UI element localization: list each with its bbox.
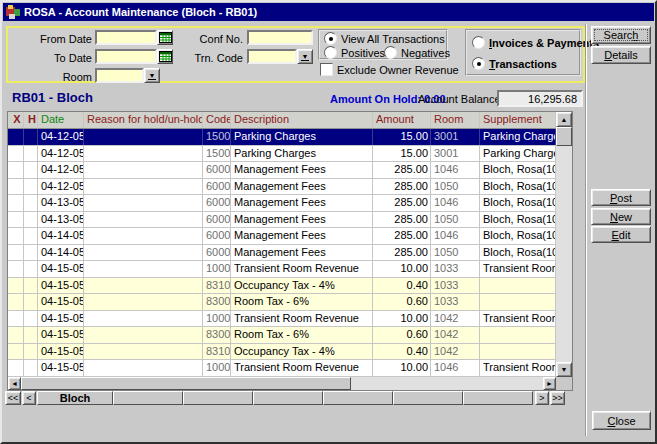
- cell-amount: 285.00: [373, 228, 431, 244]
- nav-first-button[interactable]: <<: [5, 391, 21, 405]
- trn-code-input[interactable]: [247, 49, 297, 64]
- cell-supplement: [480, 344, 556, 360]
- from-date-input[interactable]: [95, 30, 157, 45]
- room-dropdown-button[interactable]: ▼: [144, 68, 160, 83]
- column-header-amount[interactable]: Amount: [373, 112, 431, 128]
- table-row[interactable]: 04-15-058300Room Tax - 6%0.601033: [8, 294, 556, 311]
- cell-supplement: Transient Room Reven: [480, 311, 556, 327]
- table-row[interactable]: 04-15-051000Transient Room Revenue10.001…: [8, 261, 556, 278]
- cell-amount: 285.00: [373, 245, 431, 261]
- account-tab-empty[interactable]: [463, 391, 533, 405]
- column-header-reason-for-hold-un-hold[interactable]: Reason for hold/un-hold: [84, 112, 203, 128]
- scroll-left-button[interactable]: ◄: [8, 377, 21, 390]
- to-date-input[interactable]: [95, 49, 157, 64]
- exclude-owner-revenue-label: Exclude Owner Revenue: [337, 64, 459, 76]
- cell-amount: 285.00: [373, 195, 431, 211]
- cell-date: 04-15-05: [38, 311, 84, 327]
- table-row[interactable]: 04-13-056000Management Fees285.001050Blo…: [8, 212, 556, 229]
- radio-negatives[interactable]: Negatives: [384, 46, 450, 59]
- cell-date: 04-15-05: [38, 360, 84, 376]
- close-button[interactable]: Close: [592, 411, 651, 430]
- account-tab-bar: Bloch: [37, 391, 534, 405]
- cell-description: Management Fees: [231, 195, 373, 211]
- conf-no-input[interactable]: [247, 30, 313, 45]
- account-tab-empty[interactable]: [323, 391, 393, 405]
- cell-code: 8310: [203, 344, 231, 360]
- cell-reason: [84, 327, 203, 343]
- scroll-up-button[interactable]: ▲: [556, 112, 572, 127]
- conf-no-label: Conf No.: [180, 32, 243, 46]
- details-button[interactable]: Details: [591, 46, 651, 64]
- nav-last-button[interactable]: >>: [550, 391, 565, 405]
- scroll-right-button[interactable]: ►: [543, 377, 556, 390]
- table-row[interactable]: 04-14-056000Management Fees285.001046Blo…: [8, 228, 556, 245]
- nav-prev-button[interactable]: <: [22, 391, 36, 405]
- account-tab-empty[interactable]: [113, 391, 183, 405]
- column-header-x[interactable]: X: [8, 112, 24, 128]
- cell-code: 6000: [203, 228, 231, 244]
- nav-next-button[interactable]: >: [535, 391, 549, 405]
- table-row[interactable]: 04-12-051500Parking Charges15.003001Park…: [8, 129, 556, 146]
- table-row[interactable]: 04-15-058310Occupancy Tax - 4%0.401033: [8, 278, 556, 295]
- cell-date: 04-15-05: [38, 278, 84, 294]
- cell-date: 04-13-05: [38, 212, 84, 228]
- vertical-scrollbar[interactable]: ▲ ▼: [556, 112, 572, 377]
- column-header-room[interactable]: Room: [431, 112, 480, 128]
- table-row[interactable]: 04-13-056000Management Fees285.001046Blo…: [8, 195, 556, 212]
- from-date-calendar-button[interactable]: [157, 30, 173, 45]
- horizontal-scrollbar-thumb[interactable]: [21, 377, 351, 390]
- cell-code: 1000: [203, 311, 231, 327]
- horizontal-scrollbar[interactable]: ◄ ►: [8, 377, 556, 390]
- mode-options-group: Invoices & PaymentsTransactions: [465, 29, 581, 76]
- account-tab-empty[interactable]: [183, 391, 253, 405]
- room-label: Room: [28, 70, 92, 84]
- post-button[interactable]: Post: [591, 189, 651, 206]
- cell-reason: [84, 261, 203, 277]
- column-header-date[interactable]: Date: [38, 112, 84, 128]
- table-row[interactable]: 04-12-056000Management Fees285.001050Blo…: [8, 179, 556, 196]
- table-row[interactable]: 04-15-058300Room Tax - 6%0.601042: [8, 327, 556, 344]
- title-bar[interactable]: ROSA - Account Maintenance (Bloch - RB01…: [3, 3, 654, 21]
- radio-positives[interactable]: Positives: [324, 46, 385, 59]
- edit-button[interactable]: Edit: [591, 226, 651, 243]
- calendar-icon: [159, 51, 172, 62]
- radio-transactions[interactable]: Transactions: [472, 57, 557, 70]
- column-header-code[interactable]: Code: [203, 112, 231, 128]
- account-tab-bloch[interactable]: Bloch: [37, 391, 113, 405]
- column-header-h[interactable]: H: [24, 112, 38, 128]
- cell-code: 6000: [203, 212, 231, 228]
- radio-view-all-transactions[interactable]: View All Transactions: [324, 32, 445, 45]
- trn-code-label: Trn. Code: [180, 51, 243, 65]
- cell-x: [8, 278, 24, 294]
- vertical-scrollbar-thumb[interactable]: [556, 127, 572, 146]
- table-row[interactable]: 04-15-051000Transient Room Revenue10.001…: [8, 360, 556, 377]
- table-row[interactable]: 04-14-056000Management Fees285.001050Blo…: [8, 245, 556, 262]
- table-row[interactable]: 04-15-051000Transient Room Revenue10.001…: [8, 311, 556, 328]
- cell-supplement: Transient Room Reven: [480, 261, 556, 277]
- radio-invoices-payments[interactable]: Invoices & Payments: [472, 36, 599, 49]
- exclude-owner-revenue-checkbox[interactable]: Exclude Owner Revenue: [320, 63, 459, 76]
- to-date-calendar-button[interactable]: [157, 49, 173, 64]
- room-input[interactable]: [95, 68, 144, 83]
- search-button[interactable]: Search: [591, 26, 651, 44]
- cell-date: 04-12-05: [38, 162, 84, 178]
- table-row[interactable]: 04-15-058310Occupancy Tax - 4%0.401042: [8, 344, 556, 361]
- column-header-description[interactable]: Description: [231, 112, 373, 128]
- table-row[interactable]: 04-12-056000Management Fees285.001046Blo…: [8, 162, 556, 179]
- account-tab-empty[interactable]: [393, 391, 463, 405]
- dropdown-arrow-icon: ▼: [148, 72, 157, 80]
- cell-description: Management Fees: [231, 162, 373, 178]
- cell-supplement: Bloch, Rosa(100%): [480, 195, 556, 211]
- account-balance-label: Account Balance: [418, 93, 501, 105]
- trn-code-dropdown-button[interactable]: ▼: [297, 49, 313, 64]
- table-row[interactable]: 04-12-051500Parking Charges15.003001Park…: [8, 146, 556, 163]
- cell-supplement: Bloch, Rosa(100%): [480, 162, 556, 178]
- scroll-down-button[interactable]: ▼: [556, 362, 572, 377]
- cell-code: 1000: [203, 360, 231, 376]
- account-tab-empty[interactable]: [253, 391, 323, 405]
- window-title: ROSA - Account Maintenance (Bloch - RB01…: [24, 6, 257, 18]
- column-header-supplement[interactable]: Supplement: [480, 112, 556, 128]
- new-button[interactable]: New: [591, 208, 651, 225]
- cell-x: [8, 311, 24, 327]
- cell-x: [8, 327, 24, 343]
